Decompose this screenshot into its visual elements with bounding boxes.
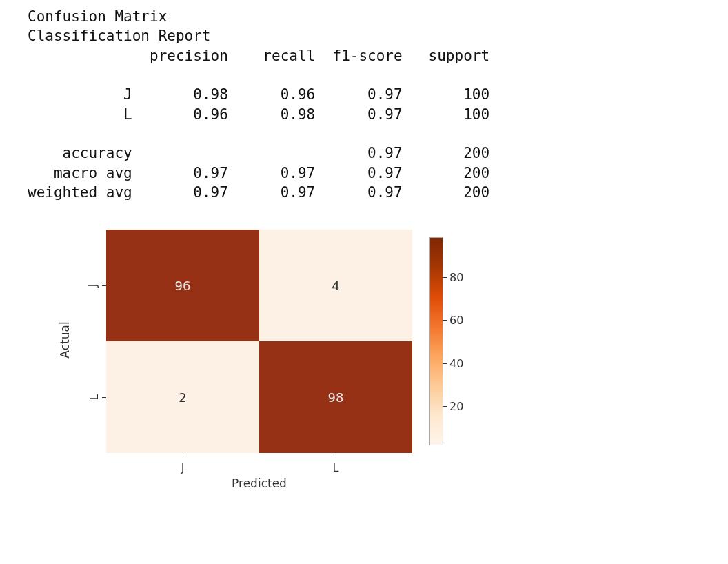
ytick-mark-J <box>102 285 106 286</box>
colorbar <box>430 238 443 445</box>
xtick-mark-J <box>183 453 183 457</box>
cell-J-J: 96 <box>106 230 259 341</box>
cbar-tick-20 <box>443 406 447 407</box>
cbar-label-80: 80 <box>449 271 463 284</box>
report-row-L: L 0.96 0.98 0.97 100 <box>28 105 728 124</box>
cell-L-L: 98 <box>259 341 412 453</box>
report-row-macro: macro avg 0.97 0.97 0.97 200 <box>28 163 728 183</box>
cbar-label-60: 60 <box>449 314 463 327</box>
report-blank-1 <box>28 66 728 85</box>
xtick-J: J <box>181 461 185 474</box>
ytick-mark-L <box>102 397 106 398</box>
x-axis-label: Predicted <box>232 476 287 490</box>
confusion-matrix-heatmap: 96 4 2 98 J L J L Actual Predicted 80 60… <box>37 230 465 492</box>
report-row-weighted: weighted avg 0.97 0.97 0.97 200 <box>28 183 728 202</box>
cell-J-L: 4 <box>259 230 412 341</box>
ytick-J: J <box>86 284 99 288</box>
heatmap-grid: 96 4 2 98 <box>106 230 412 453</box>
report-title-1: Confusion Matrix <box>28 7 728 26</box>
cbar-tick-40 <box>443 363 447 364</box>
cell-L-J: 2 <box>106 341 259 453</box>
cbar-label-40: 40 <box>449 357 463 370</box>
report-title-2: Classification Report <box>28 26 728 46</box>
xtick-mark-L <box>336 453 336 457</box>
cbar-label-20: 20 <box>449 400 463 413</box>
cbar-tick-80 <box>443 277 447 278</box>
y-axis-label: Actual <box>58 322 72 359</box>
report-row-J: J 0.98 0.96 0.97 100 <box>28 85 728 104</box>
report-header-row: precision recall f1-score support <box>28 46 728 66</box>
report-row-accuracy: accuracy 0.97 200 <box>28 143 728 163</box>
xtick-L: L <box>333 461 339 474</box>
cbar-tick-60 <box>443 320 447 321</box>
report-blank-2 <box>28 124 728 143</box>
ytick-L: L <box>88 394 101 401</box>
